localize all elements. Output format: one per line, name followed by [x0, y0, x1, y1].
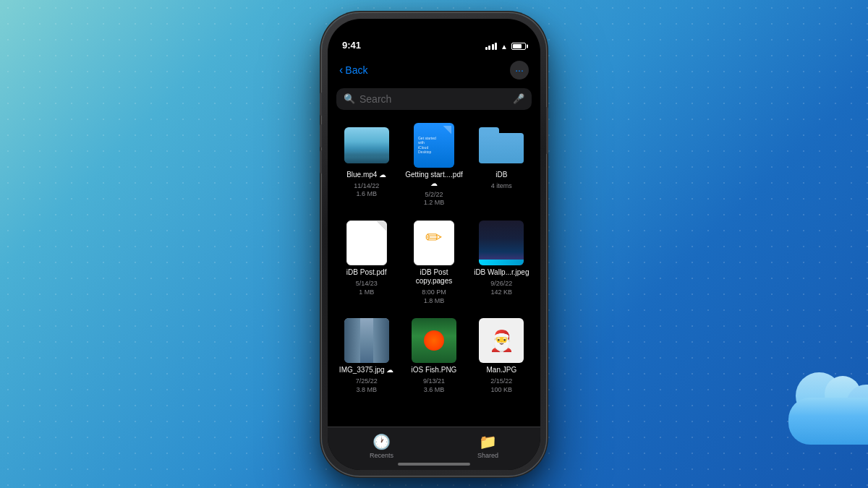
file-icon: 🎅	[479, 318, 524, 363]
file-item[interactable]: 🎅 Man.JPG 2/15/22100 KB	[469, 312, 535, 400]
battery-icon	[511, 43, 526, 50]
mic-icon[interactable]: 🎤	[513, 93, 524, 104]
signal-icon	[485, 43, 498, 50]
phone: 9:41 ▲ ‹ Back	[322, 13, 546, 476]
file-name: iDB	[495, 171, 507, 179]
file-item[interactable]: ✏ iDB Post copy.pages 8:00 PM1.8 MB	[401, 215, 467, 311]
file-icon: Get startedwithiCloudDesktop	[412, 123, 456, 168]
status-time: 9:41	[342, 40, 361, 52]
file-meta: 2/15/22100 KB	[490, 377, 512, 394]
wifi-icon: ▲	[501, 43, 508, 51]
folder-thumbnail	[479, 127, 524, 163]
search-placeholder: Search	[359, 93, 509, 105]
file-name: iDB Wallp...r.jpeg	[474, 268, 529, 277]
more-button[interactable]: ···	[510, 61, 529, 80]
pages-thumbnail: ✏	[414, 221, 454, 265]
wallpaper-thumbnail	[479, 221, 524, 265]
fish-thumbnail	[412, 318, 456, 363]
file-meta: 9/26/22142 KB	[490, 280, 512, 296]
file-meta: 7/25/223.8 MB	[356, 377, 378, 394]
file-icon: ✏	[412, 221, 456, 265]
file-icon	[479, 221, 524, 265]
file-item[interactable]: iDB Wallp...r.jpeg 9/26/22142 KB	[469, 215, 535, 311]
pdf-thumbnail	[346, 221, 387, 265]
man-thumbnail: 🎅	[479, 318, 524, 363]
status-icons: ▲	[485, 43, 526, 52]
shared-icon: 📁	[479, 433, 497, 450]
back-label: Back	[345, 64, 367, 76]
file-item[interactable]: IMG_3375.jpg ☁ 7/25/223.8 MB	[333, 312, 399, 400]
search-icon: 🔍	[344, 93, 355, 104]
home-indicator	[398, 463, 470, 466]
file-name: Getting start....pdf ☁	[405, 171, 463, 188]
dynamic-island	[401, 27, 467, 48]
file-icon	[344, 221, 389, 265]
back-button[interactable]: ‹ Back	[339, 64, 367, 77]
tab-recents[interactable]: 🕐 Recents	[370, 433, 393, 459]
phone-screen: 9:41 ▲ ‹ Back	[328, 19, 540, 470]
file-item[interactable]: iDB Post.pdf 5/14/231 MB	[333, 215, 399, 311]
file-item[interactable]: Blue.mp4 ☁ 11/14/221.6 MB	[333, 117, 399, 213]
nav-bar: ‹ Back ···	[328, 55, 540, 85]
file-meta: 5/2/221.2 MB	[424, 191, 445, 207]
file-item[interactable]: iDB 4 items	[469, 117, 535, 213]
file-icon	[412, 318, 456, 363]
video-thumbnail	[344, 127, 389, 163]
file-meta: 9/13/213.6 MB	[423, 377, 445, 394]
more-icon: ···	[515, 64, 524, 76]
curtains-thumbnail	[344, 318, 389, 363]
file-name: iDB Post copy.pages	[405, 268, 463, 286]
screen-content: ‹ Back ··· 🔍 Search 🎤	[328, 55, 540, 427]
file-name: Man.JPG	[486, 366, 516, 374]
file-meta: 5/14/231 MB	[356, 280, 378, 296]
search-bar[interactable]: 🔍 Search 🎤	[336, 88, 532, 110]
tab-shared[interactable]: 📁 Shared	[477, 433, 498, 459]
file-name: iOS Fish.PNG	[412, 366, 457, 374]
file-icon	[479, 123, 524, 168]
file-item[interactable]: Get startedwithiCloudDesktop Getting sta…	[401, 117, 467, 213]
icloud-decoration	[774, 365, 868, 445]
file-name: iDB Post.pdf	[346, 268, 387, 277]
file-meta: 8:00 PM1.8 MB	[422, 288, 446, 305]
file-meta: 4 items	[491, 182, 512, 191]
back-chevron-icon: ‹	[339, 64, 343, 77]
file-name: Blue.mp4 ☁	[346, 171, 386, 179]
file-grid: Blue.mp4 ☁ 11/14/221.6 MB Get startedwit…	[328, 117, 540, 401]
file-item[interactable]: iOS Fish.PNG 9/13/213.6 MB	[401, 312, 467, 400]
file-icon	[344, 318, 389, 363]
file-name: IMG_3375.jpg ☁	[339, 366, 394, 374]
tab-recents-label: Recents	[370, 452, 393, 459]
doc-thumbnail: Get startedwithiCloudDesktop	[414, 123, 454, 168]
recents-icon: 🕐	[373, 433, 391, 450]
file-meta: 11/14/221.6 MB	[354, 182, 379, 199]
file-icon	[344, 123, 389, 168]
tab-shared-label: Shared	[477, 452, 498, 459]
